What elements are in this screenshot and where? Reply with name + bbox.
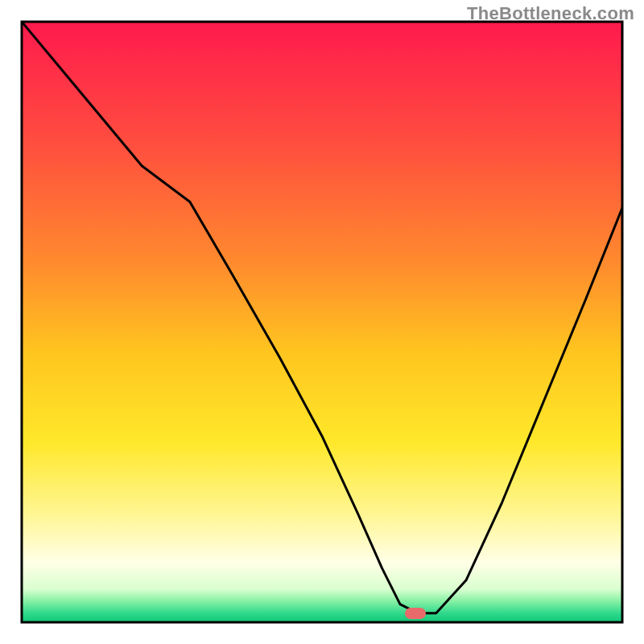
bottleneck-plot <box>0 0 644 644</box>
watermark-label: TheBottleneck.com <box>467 3 634 24</box>
chart-container: TheBottleneck.com <box>0 0 644 644</box>
gradient-background <box>22 22 622 622</box>
optimal-marker <box>405 608 426 619</box>
